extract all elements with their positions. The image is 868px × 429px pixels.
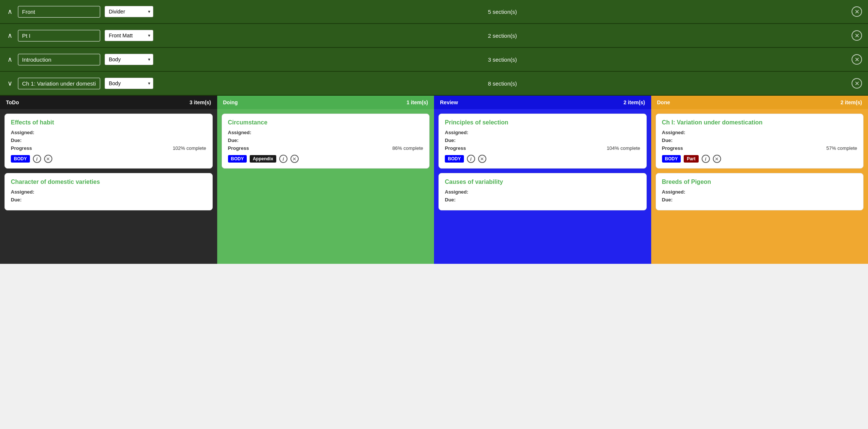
card-due-review-1: Due:: [445, 197, 640, 203]
section-name-input-introduction[interactable]: [18, 54, 100, 65]
section-type-wrapper-ch1: BodyDividerFront MatterBack Matter: [105, 78, 153, 89]
kanban-column-todo: ToDo 3 item(s) Effects of habit Assigned…: [0, 96, 217, 264]
delete-icon-doing-0[interactable]: ✕: [290, 155, 299, 163]
section-row-ch1: ∨ BodyDividerFront MatterBack Matter 8 s…: [0, 72, 868, 96]
kanban-column-review: Review 2 item(s) Principles of selection…: [434, 96, 651, 264]
kanban-card-review-0: Principles of selection Assigned: Due: P…: [438, 114, 647, 169]
kanban-label-doing: Doing: [223, 99, 238, 105]
kanban-header-done: Done 2 item(s): [651, 96, 868, 109]
kanban-column-done: Done 2 item(s) Ch I: Variation under dom…: [651, 96, 868, 264]
card-title-review-1: Causes of variability: [445, 179, 640, 185]
kanban-count-todo: 3 item(s): [190, 99, 211, 105]
kanban-body-doing: Circumstance Assigned: Due: Progress 86%…: [217, 109, 434, 264]
section-chevron-ch1[interactable]: ∨: [6, 79, 13, 87]
card-title-todo-0: Effects of habit: [11, 119, 206, 126]
progress-value-done-0: 57% complete: [827, 145, 857, 151]
card-due-todo-1: Due:: [11, 197, 206, 203]
kanban-card-review-1: Causes of variability Assigned: Due:: [438, 173, 647, 210]
card-assigned-done-1: Assigned:: [662, 189, 858, 195]
section-row-pt1: ∧ Front MattDividerBodyBack Matter 2 sec…: [0, 24, 868, 48]
kanban-label-done: Done: [657, 99, 670, 105]
card-assigned-todo-0: Assigned:: [11, 130, 206, 135]
card-footer-todo-0: BODY i ✕: [11, 155, 206, 163]
section-count-front: 5 section(s): [158, 9, 847, 15]
progress-value-todo-0: 102% complete: [173, 145, 206, 151]
section-row-front: ∧ DividerBodyFront MatterBack Matter 5 s…: [0, 0, 868, 24]
kanban-body-done: Ch I: Variation under domestication Assi…: [651, 109, 868, 264]
card-due-done-1: Due:: [662, 197, 858, 203]
section-type-select-front[interactable]: DividerBodyFront MatterBack Matter: [105, 6, 153, 17]
sections-container: ∧ DividerBodyFront MatterBack Matter 5 s…: [0, 0, 868, 96]
section-delete-front[interactable]: ✕: [852, 6, 862, 17]
card-title-review-0: Principles of selection: [445, 119, 640, 126]
kanban-header-todo: ToDo 3 item(s): [0, 96, 217, 109]
kanban-count-review: 2 item(s): [624, 99, 645, 105]
card-assigned-doing-0: Assigned:: [228, 130, 424, 135]
section-type-select-pt1[interactable]: Front MattDividerBodyBack Matter: [105, 30, 153, 41]
progress-label-done-0: Progress: [662, 145, 683, 151]
kanban-body-review: Principles of selection Assigned: Due: P…: [434, 109, 651, 264]
section-delete-pt1[interactable]: ✕: [852, 30, 862, 41]
section-name-input-front[interactable]: [18, 6, 100, 18]
section-type-select-ch1[interactable]: BodyDividerFront MatterBack Matter: [105, 78, 153, 89]
info-icon-review-0[interactable]: i: [467, 155, 475, 163]
card-title-todo-1: Character of domestic varieties: [11, 179, 206, 185]
badge-appendix-doing-0: Appendix: [250, 155, 276, 163]
card-title-doing-0: Circumstance: [228, 119, 424, 126]
section-type-wrapper-pt1: Front MattDividerBodyBack Matter: [105, 30, 153, 41]
section-type-wrapper-front: DividerBodyFront MatterBack Matter: [105, 6, 153, 17]
badge-part-done-0: Part: [684, 155, 698, 163]
progress-label-todo-0: Progress: [11, 145, 32, 151]
section-chevron-pt1[interactable]: ∧: [6, 31, 13, 40]
card-title-done-0: Ch I: Variation under domestication: [662, 119, 858, 126]
kanban-body-todo: Effects of habit Assigned: Due: Progress…: [0, 109, 217, 264]
info-icon-doing-0[interactable]: i: [279, 155, 287, 163]
progress-label-doing-0: Progress: [228, 145, 249, 151]
badge-body-todo-0: BODY: [11, 155, 30, 163]
progress-value-doing-0: 86% complete: [393, 145, 423, 151]
kanban-card-done-1: Breeds of Pigeon Assigned: Due:: [656, 173, 864, 210]
section-name-input-pt1[interactable]: [18, 30, 100, 41]
card-assigned-review-0: Assigned:: [445, 130, 640, 135]
progress-value-review-0: 104% complete: [607, 145, 640, 151]
card-progress-done-0: Progress 57% complete: [662, 145, 858, 151]
card-due-review-0: Due:: [445, 138, 640, 143]
section-count-pt1: 2 section(s): [158, 33, 847, 39]
card-footer-done-0: BODYPart i ✕: [662, 155, 858, 163]
kanban-label-todo: ToDo: [6, 99, 19, 105]
section-count-introduction: 3 section(s): [158, 56, 847, 63]
section-chevron-introduction[interactable]: ∧: [6, 55, 13, 64]
section-type-select-introduction[interactable]: BodyDividerFront MatterBack Matter: [105, 54, 153, 65]
kanban-card-todo-0: Effects of habit Assigned: Due: Progress…: [4, 114, 213, 169]
delete-icon-review-0[interactable]: ✕: [478, 155, 486, 163]
card-due-todo-0: Due:: [11, 138, 206, 143]
progress-label-review-0: Progress: [445, 145, 466, 151]
section-chevron-front[interactable]: ∧: [6, 7, 13, 16]
kanban-label-review: Review: [440, 99, 458, 105]
info-icon-done-0[interactable]: i: [702, 155, 710, 163]
kanban-card-doing-0: Circumstance Assigned: Due: Progress 86%…: [222, 114, 430, 169]
info-icon-todo-0[interactable]: i: [33, 155, 41, 163]
card-progress-todo-0: Progress 102% complete: [11, 145, 206, 151]
card-footer-review-0: BODY i ✕: [445, 155, 640, 163]
kanban-count-done: 2 item(s): [840, 99, 862, 105]
kanban-column-doing: Doing 1 item(s) Circumstance Assigned: D…: [217, 96, 434, 264]
delete-icon-todo-0[interactable]: ✕: [44, 155, 52, 163]
card-progress-doing-0: Progress 86% complete: [228, 145, 424, 151]
card-footer-doing-0: BODYAppendix i ✕: [228, 155, 424, 163]
card-due-done-0: Due:: [662, 138, 858, 143]
card-assigned-done-0: Assigned:: [662, 130, 858, 135]
kanban-board: ToDo 3 item(s) Effects of habit Assigned…: [0, 96, 868, 264]
card-progress-review-0: Progress 104% complete: [445, 145, 640, 151]
badge-body-doing-0: BODY: [228, 155, 247, 163]
section-delete-introduction[interactable]: ✕: [852, 54, 862, 65]
kanban-header-review: Review 2 item(s): [434, 96, 651, 109]
section-delete-ch1[interactable]: ✕: [852, 78, 862, 89]
section-type-wrapper-introduction: BodyDividerFront MatterBack Matter: [105, 54, 153, 65]
section-row-introduction: ∧ BodyDividerFront MatterBack Matter 3 s…: [0, 48, 868, 72]
badge-body-done-0: BODY: [662, 155, 681, 163]
delete-icon-done-0[interactable]: ✕: [713, 155, 721, 163]
kanban-count-doing: 1 item(s): [406, 99, 428, 105]
kanban-card-done-0: Ch I: Variation under domestication Assi…: [656, 114, 864, 169]
section-name-input-ch1[interactable]: [18, 78, 100, 89]
